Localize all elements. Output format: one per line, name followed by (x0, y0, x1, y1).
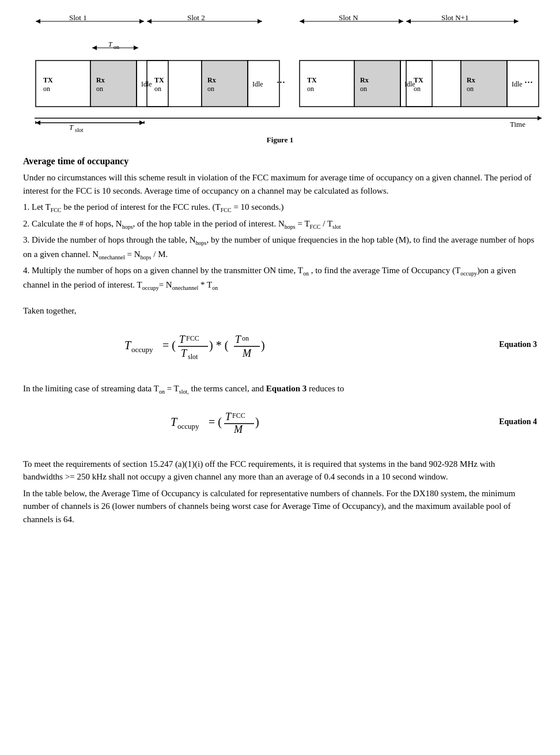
taken-together: Taken together, (23, 304, 537, 318)
svg-text:T: T (235, 334, 242, 345)
svg-text:= (: = ( (209, 416, 222, 429)
svg-text:Time: Time (510, 120, 525, 129)
step3: 3. Divide the number of hops through the… (23, 233, 537, 262)
svg-marker-27 (92, 46, 97, 50)
figure-1-area: T slot Time Slot 1 Slot 2 Slot N Slot N+ (23, 12, 537, 145)
intro-paragraph: Under no circumstances will this scheme … (23, 171, 537, 197)
svg-text:M: M (233, 424, 243, 435)
equation-4-svg: T occupy = ( T FCC M ) (165, 407, 395, 436)
svg-text:FCC: FCC (186, 334, 199, 342)
svg-text:on: on (242, 334, 249, 342)
svg-marker-15 (147, 19, 152, 24)
svg-marker-1 (538, 116, 542, 120)
svg-text:on: on (414, 85, 421, 93)
svg-text:FCC: FCC (232, 412, 245, 420)
svg-marker-20 (399, 19, 403, 24)
equation-4-block: T occupy = ( T FCC M ) Equation 4 (23, 407, 537, 436)
step4: 4. Multiply the number of hops on a give… (23, 264, 537, 292)
svg-text:): ) (261, 339, 265, 352)
diagram-svg: T slot Time Slot 1 Slot 2 Slot N Slot N+ (23, 12, 553, 133)
svg-marker-5 (36, 120, 40, 125)
svg-marker-16 (258, 19, 262, 24)
streaming-paragraph: In the limiting case of streaming data T… (23, 382, 537, 396)
svg-text:occupy: occupy (131, 345, 153, 354)
svg-text:···: ··· (524, 76, 533, 89)
svg-text:Slot 2: Slot 2 (187, 13, 205, 22)
final-paragraph-2: In the table below, the Average Time of … (23, 487, 537, 526)
svg-text:T: T (179, 334, 186, 345)
svg-text:TX: TX (414, 76, 423, 84)
diagram-container: T slot Time Slot 1 Slot 2 Slot N Slot N+ (23, 12, 553, 133)
svg-text:T: T (225, 411, 232, 422)
svg-text:Slot 1: Slot 1 (69, 13, 87, 22)
svg-text:T: T (108, 40, 113, 48)
svg-text:Idle: Idle (512, 80, 523, 88)
svg-text:···: ··· (277, 76, 285, 89)
step1: 1. Let TFCC be the period of interest fo… (23, 201, 537, 215)
svg-text:): ) (255, 416, 259, 429)
svg-marker-23 (406, 19, 411, 24)
svg-text:T: T (69, 123, 74, 131)
svg-text:on: on (360, 85, 367, 93)
svg-marker-12 (139, 19, 144, 24)
equation-4-label: Equation 4 (499, 417, 537, 426)
svg-text:on: on (467, 85, 474, 93)
svg-text:on: on (113, 44, 119, 50)
equation-3-svg: T occupy = ( T FCC T slot ) * ( T on M ) (119, 329, 441, 361)
svg-text:Rx: Rx (96, 76, 105, 84)
svg-text:on: on (96, 85, 103, 93)
svg-text:on: on (43, 85, 50, 93)
svg-marker-11 (36, 19, 40, 24)
svg-text:Slot N+1: Slot N+1 (441, 13, 468, 22)
svg-text:TX: TX (43, 76, 53, 84)
svg-text:M: M (242, 348, 252, 359)
svg-text:Rx: Rx (207, 76, 216, 84)
svg-text:TX: TX (307, 76, 317, 84)
svg-text:= (: = ( (162, 339, 176, 352)
svg-text:T: T (181, 348, 188, 359)
svg-text:slot: slot (188, 353, 198, 361)
svg-text:Rx: Rx (360, 76, 369, 84)
svg-text:occupy: occupy (177, 422, 199, 431)
svg-text:slot: slot (75, 127, 84, 133)
section-content: Average time of occupancy Under no circu… (23, 156, 537, 526)
svg-text:on: on (154, 85, 161, 93)
svg-text:Rx: Rx (467, 76, 475, 84)
svg-text:) * (: ) * ( (209, 339, 229, 352)
section-title: Average time of occupancy (23, 156, 537, 167)
equation-3-label: Equation 3 (499, 340, 537, 349)
svg-marker-19 (300, 19, 304, 24)
step2: 2. Calculate the # of hops, Nhops, of th… (23, 217, 537, 232)
svg-marker-28 (134, 46, 138, 50)
svg-text:TX: TX (154, 76, 164, 84)
svg-text:on: on (207, 85, 214, 93)
equation-3-block: T occupy = ( T FCC T slot ) * ( T on M )… (23, 329, 537, 361)
figure-caption: Figure 1 (23, 135, 537, 145)
final-paragraph-1: To meet the requirements of section 15.2… (23, 458, 537, 484)
svg-text:on: on (307, 85, 314, 93)
svg-marker-6 (139, 120, 144, 125)
svg-text:Slot N: Slot N (339, 13, 358, 22)
svg-marker-24 (514, 19, 519, 24)
svg-text:Idle: Idle (252, 80, 263, 88)
